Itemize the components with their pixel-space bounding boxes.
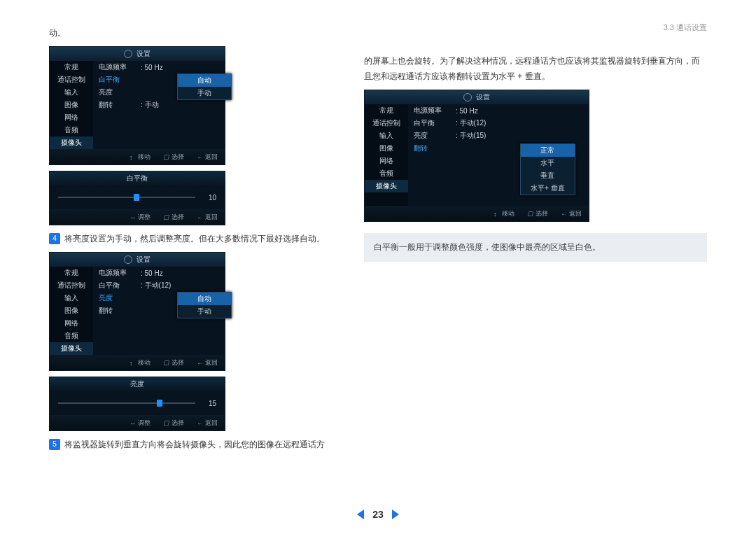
select-icon — [163, 154, 169, 160]
move-icon — [493, 211, 500, 217]
row-label[interactable]: 翻转 — [93, 100, 141, 110]
dropdown-option[interactable]: 水平 — [521, 157, 575, 169]
sidebar-item[interactable]: 通话控制 — [365, 117, 408, 129]
sidebar-item[interactable]: 图像 — [50, 304, 93, 317]
footer-hint: 选择 — [172, 419, 184, 428]
row-label[interactable]: 白平衡 — [408, 118, 456, 128]
back-icon — [197, 154, 203, 160]
page-navigation: 23 — [0, 509, 756, 520]
slider-thumb[interactable] — [134, 194, 139, 201]
section-breadcrumb: 3.3 通话设置 — [664, 22, 707, 33]
left-column: 动。 设置 常规 通话控制 输入 图像 网络 音频 摄像头 — [49, 21, 336, 456]
select-icon — [163, 420, 169, 426]
sidebar-item[interactable]: 通话控制 — [50, 73, 93, 86]
move-icon — [130, 154, 136, 160]
dropdown-option[interactable]: 垂直 — [521, 169, 575, 182]
dropdown-option[interactable]: 自动 — [178, 293, 231, 305]
page-number: 23 — [372, 509, 384, 520]
footer-hint: 调整 — [138, 419, 150, 428]
manual-page: 3.3 通话设置 动。 设置 常规 通话控制 输入 图像 网络 音频 — [0, 0, 756, 534]
step-number-badge: 5 — [49, 439, 60, 450]
row-label: 电源频率 — [93, 62, 141, 72]
footer-hint: 返回 — [205, 153, 218, 162]
slider-title: 白平衡 — [50, 171, 225, 185]
sidebar-item[interactable]: 输入 — [365, 129, 408, 142]
settings-sidebar: 常规 通话控制 输入 图像 网络 音频 摄像头 — [50, 267, 93, 355]
slider-track[interactable] — [58, 402, 195, 404]
row-value: : 50 Hz — [141, 64, 163, 71]
row-label[interactable]: 翻转 — [408, 143, 456, 153]
footer-hint: 移动 — [138, 153, 150, 162]
sidebar-item[interactable]: 常规 — [50, 267, 93, 279]
sidebar-item[interactable]: 音频 — [50, 330, 93, 342]
row-label[interactable]: 亮度 — [93, 87, 141, 97]
row-label[interactable]: 白平衡 — [93, 281, 141, 290]
dropdown-option[interactable]: 正常 — [521, 144, 575, 157]
step-number-badge: 4 — [49, 233, 60, 244]
next-page-icon[interactable] — [392, 510, 399, 519]
sidebar-item[interactable]: 输入 — [50, 86, 93, 99]
sidebar-item[interactable]: 网络 — [50, 111, 93, 124]
dropdown-option[interactable]: 水平+ 垂直 — [521, 182, 575, 195]
footer-hint: 移动 — [502, 209, 514, 218]
back-icon — [197, 214, 203, 220]
settings-sidebar: 常规 通话控制 输入 图像 网络 音频 摄像头 — [50, 61, 93, 149]
row-value: : 手动(12) — [141, 281, 171, 290]
row-value: : 手动 — [141, 100, 159, 110]
dropdown-option[interactable]: 手动 — [178, 305, 231, 318]
window-title: 设置 — [50, 47, 225, 61]
row-value: : 50 Hz — [456, 107, 478, 115]
footer-hint: 返回 — [569, 209, 582, 218]
gear-icon — [124, 255, 132, 264]
info-callout: 白平衡一般用于调整颜色强度，使图像中最亮的区域呈白色。 — [364, 233, 707, 262]
slider-track[interactable] — [58, 197, 195, 198]
footer-hint: 返回 — [205, 358, 218, 367]
sidebar-item[interactable]: 常规 — [365, 104, 408, 117]
step-5: 5将监视器旋转到垂直方向将会旋转摄像头，因此您的图像在远程通话方 — [49, 437, 336, 452]
prev-page-icon[interactable] — [357, 510, 364, 519]
row-label[interactable]: 亮度 — [93, 293, 141, 303]
sidebar-item[interactable]: 网络 — [50, 317, 93, 330]
slider-thumb[interactable] — [157, 400, 162, 407]
sidebar-item[interactable]: 通话控制 — [50, 279, 93, 292]
sidebar-item-camera[interactable]: 摄像头 — [365, 180, 408, 192]
slider-value: 10 — [201, 194, 216, 202]
sidebar-item-camera[interactable]: 摄像头 — [50, 136, 93, 149]
row-value: : 手动(15) — [456, 131, 486, 141]
gear-icon — [463, 93, 472, 101]
row-value: : 50 Hz — [141, 269, 163, 277]
back-icon — [197, 420, 203, 426]
sidebar-item[interactable]: 常规 — [50, 61, 93, 73]
slider-footer: 调整 选择 返回 — [50, 209, 225, 225]
dropdown-menu[interactable]: 自动 手动 — [177, 292, 232, 318]
footer-hint: 返回 — [205, 419, 218, 428]
sidebar-item[interactable]: 图像 — [365, 142, 408, 155]
dropdown-option[interactable]: 自动 — [178, 74, 231, 87]
sidebar-item[interactable]: 音频 — [50, 124, 93, 136]
slider-footer: 调整 选择 返回 — [50, 415, 225, 430]
dropdown-menu[interactable]: 正常 水平 垂直 水平+ 垂直 — [520, 143, 575, 195]
sidebar-item[interactable]: 图像 — [50, 99, 93, 111]
intro-cont: 动。 — [49, 25, 336, 41]
footer-hint: 选择 — [172, 213, 184, 222]
step-text: 将亮度设置为手动，然后调整亮度。但在大多数情况下最好选择自动。 — [64, 234, 325, 244]
title-text: 设置 — [136, 49, 150, 59]
sidebar-item[interactable]: 输入 — [50, 292, 93, 304]
dropdown-menu[interactable]: 自动 手动 — [177, 73, 232, 100]
row-label[interactable]: 翻转 — [93, 306, 141, 316]
row-label: 电源频率 — [408, 106, 456, 115]
sidebar-item-camera[interactable]: 摄像头 — [50, 342, 93, 355]
title-text: 设置 — [476, 92, 490, 102]
step-text: 将监视器旋转到垂直方向将会旋转摄像头，因此您的图像在远程通话方 — [64, 440, 325, 449]
select-icon — [163, 360, 169, 366]
sidebar-item[interactable]: 音频 — [365, 167, 408, 180]
dropdown-option[interactable]: 手动 — [178, 87, 231, 99]
row-label[interactable]: 亮度 — [408, 131, 456, 141]
settings-window-2: 设置 常规 通话控制 输入 图像 网络 音频 摄像头 电源频率: 50 Hz 白… — [49, 252, 225, 371]
settings-window-1: 设置 常规 通话控制 输入 图像 网络 音频 摄像头 电源频率: 50 Hz 白… — [49, 46, 225, 165]
footer-hint: 选择 — [172, 358, 184, 367]
sidebar-item[interactable]: 网络 — [365, 155, 408, 167]
back-icon — [197, 360, 203, 366]
row-label[interactable]: 白平衡 — [93, 75, 141, 85]
window-footer: 移动 选择 返回 — [50, 355, 225, 370]
